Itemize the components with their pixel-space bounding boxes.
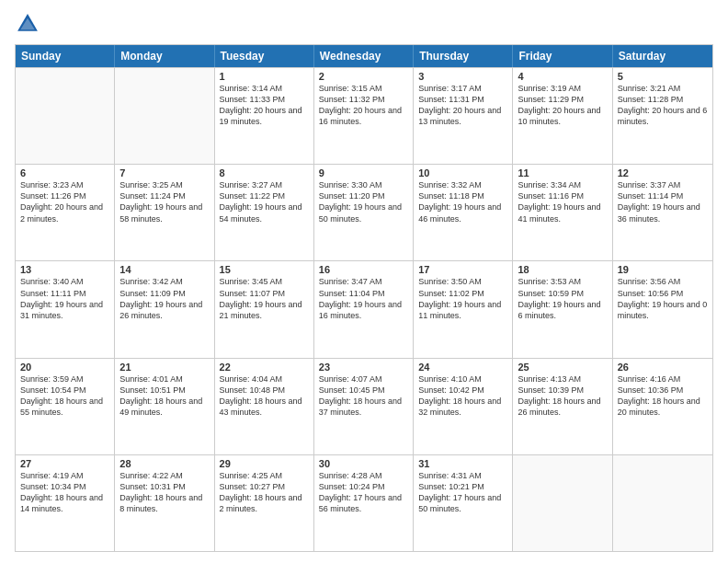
- day-cell-4: 4Sunrise: 3:19 AM Sunset: 11:29 PM Dayli…: [513, 68, 612, 164]
- day-cell-14: 14Sunrise: 3:42 AM Sunset: 11:09 PM Dayl…: [115, 261, 214, 357]
- day-number: 21: [119, 362, 209, 373]
- day-cell-19: 19Sunrise: 3:56 AM Sunset: 10:56 PM Dayl…: [613, 261, 712, 357]
- day-number: 30: [319, 458, 408, 469]
- logo-icon: [15, 11, 40, 37]
- day-cell-8: 8Sunrise: 3:27 AM Sunset: 11:22 PM Dayli…: [215, 165, 314, 260]
- calendar-row-1: 6Sunrise: 3:23 AM Sunset: 11:26 PM Dayli…: [16, 164, 712, 260]
- day-info: Sunrise: 3:25 AM Sunset: 11:24 PM Daylig…: [119, 179, 209, 224]
- day-cell-21: 21Sunrise: 4:01 AM Sunset: 10:51 PM Dayl…: [115, 359, 214, 454]
- calendar-row-0: 1Sunrise: 3:14 AM Sunset: 11:33 PM Dayli…: [16, 67, 712, 164]
- day-info: Sunrise: 4:25 AM Sunset: 10:27 PM Daylig…: [220, 470, 309, 515]
- day-number: 9: [319, 167, 408, 178]
- day-cell-11: 11Sunrise: 3:34 AM Sunset: 11:16 PM Dayl…: [513, 165, 612, 260]
- day-info: Sunrise: 3:40 AM Sunset: 11:11 PM Daylig…: [20, 276, 109, 321]
- day-number: 13: [20, 264, 109, 275]
- day-number: 19: [618, 264, 708, 275]
- day-info: Sunrise: 4:10 AM Sunset: 10:42 PM Daylig…: [418, 373, 507, 419]
- day-number: 26: [618, 362, 708, 373]
- day-info: Sunrise: 3:30 AM Sunset: 11:20 PM Daylig…: [319, 179, 408, 224]
- empty-cell: [16, 68, 115, 164]
- header-cell-saturday: Saturday: [613, 45, 712, 67]
- day-cell-3: 3Sunrise: 3:17 AM Sunset: 11:31 PM Dayli…: [414, 68, 513, 164]
- day-info: Sunrise: 4:28 AM Sunset: 10:24 PM Daylig…: [319, 470, 408, 515]
- day-number: 22: [220, 362, 309, 373]
- day-cell-26: 26Sunrise: 4:16 AM Sunset: 10:36 PM Dayl…: [613, 359, 712, 454]
- day-number: 29: [220, 458, 309, 469]
- day-cell-12: 12Sunrise: 3:37 AM Sunset: 11:14 PM Dayl…: [613, 165, 712, 260]
- day-cell-13: 13Sunrise: 3:40 AM Sunset: 11:11 PM Dayl…: [16, 261, 115, 357]
- day-cell-23: 23Sunrise: 4:07 AM Sunset: 10:45 PM Dayl…: [314, 359, 414, 454]
- empty-cell: [115, 68, 214, 164]
- day-info: Sunrise: 3:32 AM Sunset: 11:18 PM Daylig…: [418, 179, 507, 224]
- header-cell-tuesday: Tuesday: [215, 45, 314, 67]
- day-info: Sunrise: 3:34 AM Sunset: 11:16 PM Daylig…: [518, 179, 607, 224]
- page-header: [15, 11, 713, 37]
- day-info: Sunrise: 3:15 AM Sunset: 11:32 PM Daylig…: [319, 83, 408, 128]
- day-number: 3: [418, 71, 507, 82]
- day-info: Sunrise: 3:47 AM Sunset: 11:04 PM Daylig…: [319, 276, 408, 321]
- day-cell-24: 24Sunrise: 4:10 AM Sunset: 10:42 PM Dayl…: [414, 359, 513, 454]
- day-cell-20: 20Sunrise: 3:59 AM Sunset: 10:54 PM Dayl…: [16, 359, 115, 454]
- day-number: 20: [20, 362, 109, 373]
- calendar-row-3: 20Sunrise: 3:59 AM Sunset: 10:54 PM Dayl…: [16, 358, 712, 454]
- day-info: Sunrise: 4:01 AM Sunset: 10:51 PM Daylig…: [119, 373, 209, 419]
- day-cell-16: 16Sunrise: 3:47 AM Sunset: 11:04 PM Dayl…: [314, 261, 414, 357]
- calendar-header: SundayMondayTuesdayWednesdayThursdayFrid…: [16, 45, 712, 67]
- day-cell-31: 31Sunrise: 4:31 AM Sunset: 10:21 PM Dayl…: [414, 455, 513, 551]
- day-info: Sunrise: 3:14 AM Sunset: 11:33 PM Daylig…: [220, 83, 309, 128]
- day-info: Sunrise: 4:31 AM Sunset: 10:21 PM Daylig…: [418, 470, 507, 515]
- day-number: 17: [418, 264, 507, 275]
- day-number: 23: [319, 362, 408, 373]
- day-cell-7: 7Sunrise: 3:25 AM Sunset: 11:24 PM Dayli…: [115, 165, 214, 260]
- day-number: 14: [119, 264, 209, 275]
- day-number: 12: [618, 167, 708, 178]
- day-number: 5: [618, 71, 708, 82]
- empty-cell: [513, 455, 612, 551]
- day-info: Sunrise: 3:45 AM Sunset: 11:07 PM Daylig…: [220, 276, 309, 321]
- day-info: Sunrise: 4:13 AM Sunset: 10:39 PM Daylig…: [518, 373, 607, 419]
- day-number: 8: [220, 167, 309, 178]
- day-info: Sunrise: 3:59 AM Sunset: 10:54 PM Daylig…: [20, 373, 109, 419]
- day-cell-22: 22Sunrise: 4:04 AM Sunset: 10:48 PM Dayl…: [215, 359, 314, 454]
- day-info: Sunrise: 3:56 AM Sunset: 10:56 PM Daylig…: [618, 276, 708, 321]
- day-number: 6: [20, 167, 109, 178]
- header-cell-monday: Monday: [115, 45, 214, 67]
- calendar-row-2: 13Sunrise: 3:40 AM Sunset: 11:11 PM Dayl…: [16, 260, 712, 357]
- day-info: Sunrise: 3:50 AM Sunset: 11:02 PM Daylig…: [418, 276, 507, 321]
- day-cell-9: 9Sunrise: 3:30 AM Sunset: 11:20 PM Dayli…: [314, 165, 414, 260]
- day-number: 27: [20, 458, 109, 469]
- day-cell-10: 10Sunrise: 3:32 AM Sunset: 11:18 PM Dayl…: [414, 165, 513, 260]
- day-cell-27: 27Sunrise: 4:19 AM Sunset: 10:34 PM Dayl…: [16, 455, 115, 551]
- day-cell-30: 30Sunrise: 4:28 AM Sunset: 10:24 PM Dayl…: [314, 455, 414, 551]
- day-info: Sunrise: 3:42 AM Sunset: 11:09 PM Daylig…: [119, 276, 209, 321]
- day-cell-2: 2Sunrise: 3:15 AM Sunset: 11:32 PM Dayli…: [314, 68, 414, 164]
- day-info: Sunrise: 4:07 AM Sunset: 10:45 PM Daylig…: [319, 373, 408, 419]
- day-cell-1: 1Sunrise: 3:14 AM Sunset: 11:33 PM Dayli…: [215, 68, 314, 164]
- day-number: 15: [220, 264, 309, 275]
- day-number: 2: [319, 71, 408, 82]
- header-cell-friday: Friday: [513, 45, 612, 67]
- header-cell-sunday: Sunday: [16, 45, 115, 67]
- day-number: 18: [518, 264, 607, 275]
- header-cell-wednesday: Wednesday: [314, 45, 414, 67]
- day-number: 1: [220, 71, 309, 82]
- day-number: 10: [418, 167, 507, 178]
- day-info: Sunrise: 4:19 AM Sunset: 10:34 PM Daylig…: [20, 470, 109, 515]
- day-info: Sunrise: 3:23 AM Sunset: 11:26 PM Daylig…: [20, 179, 109, 224]
- day-cell-15: 15Sunrise: 3:45 AM Sunset: 11:07 PM Dayl…: [215, 261, 314, 357]
- day-cell-17: 17Sunrise: 3:50 AM Sunset: 11:02 PM Dayl…: [414, 261, 513, 357]
- day-info: Sunrise: 4:04 AM Sunset: 10:48 PM Daylig…: [220, 373, 309, 419]
- day-info: Sunrise: 3:19 AM Sunset: 11:29 PM Daylig…: [518, 83, 607, 128]
- calendar-row-4: 27Sunrise: 4:19 AM Sunset: 10:34 PM Dayl…: [16, 454, 712, 551]
- day-number: 28: [119, 458, 209, 469]
- day-info: Sunrise: 3:21 AM Sunset: 11:28 PM Daylig…: [618, 83, 708, 128]
- day-cell-18: 18Sunrise: 3:53 AM Sunset: 10:59 PM Dayl…: [513, 261, 612, 357]
- day-info: Sunrise: 3:27 AM Sunset: 11:22 PM Daylig…: [220, 179, 309, 224]
- day-cell-29: 29Sunrise: 4:25 AM Sunset: 10:27 PM Dayl…: [215, 455, 314, 551]
- day-cell-28: 28Sunrise: 4:22 AM Sunset: 10:31 PM Dayl…: [115, 455, 214, 551]
- day-cell-5: 5Sunrise: 3:21 AM Sunset: 11:28 PM Dayli…: [613, 68, 712, 164]
- day-number: 31: [418, 458, 507, 469]
- day-number: 4: [518, 71, 607, 82]
- day-number: 25: [518, 362, 607, 373]
- day-info: Sunrise: 3:17 AM Sunset: 11:31 PM Daylig…: [418, 83, 507, 128]
